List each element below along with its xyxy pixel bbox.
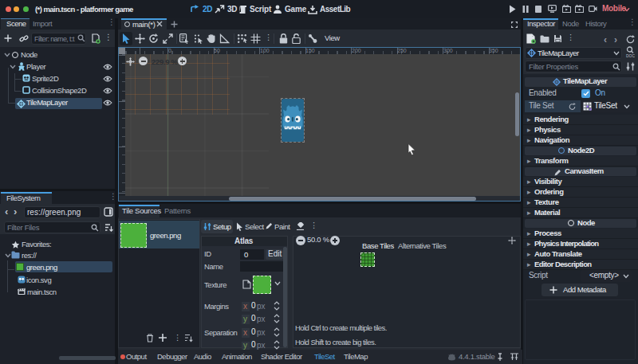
svg-text:DOC: DOC bbox=[626, 53, 635, 58]
